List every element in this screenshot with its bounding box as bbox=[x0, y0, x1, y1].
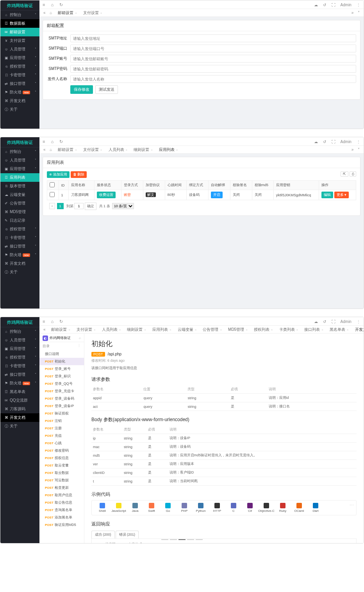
tab-细则设置[interactable]: 细则设置× bbox=[124, 326, 149, 334]
close-icon[interactable]: × bbox=[347, 328, 349, 332]
sync-icon[interactable]: ↺ bbox=[323, 319, 326, 324]
tab-支付设置[interactable]: 支付设置× bbox=[73, 326, 99, 334]
sidebar-item-公告管理[interactable]: ✐公告管理 bbox=[0, 199, 39, 208]
SMTP密码-input[interactable] bbox=[70, 65, 356, 73]
sidebar-item-卡密管理[interactable]: ⌸卡密管理˅ bbox=[0, 362, 39, 370]
admin-name[interactable]: Admin bbox=[341, 319, 352, 324]
tab-人员列表[interactable]: 人员列表× bbox=[99, 326, 124, 334]
tab-公告管理[interactable]: 公告管理× bbox=[200, 326, 225, 334]
sidebar-item-支付设置[interactable]: ¥支付设置 bbox=[0, 36, 39, 45]
doc-item-心跳[interactable]: POST心跳 bbox=[39, 440, 84, 447]
export-icon[interactable]: ⇱ bbox=[341, 171, 348, 177]
sidebar-item-授权管理[interactable]: ⎋授权管理˅ bbox=[0, 353, 39, 362]
close-icon[interactable]: × bbox=[296, 328, 298, 332]
sidebar-item-开发文档[interactable]: ⌘开发文档 bbox=[0, 259, 39, 268]
tab-应用列表[interactable]: 应用列表× bbox=[156, 146, 181, 154]
delete-button[interactable]: 🗑 删除 bbox=[71, 171, 87, 178]
doc-item-验证应用MD5[interactable]: POST验证应用MD5 bbox=[39, 521, 84, 529]
test-send-button[interactable]: 测试发送 bbox=[95, 85, 118, 94]
doc-item-验证授权[interactable]: POST验证授权 bbox=[39, 410, 84, 417]
sidebar-item-控制台[interactable]: ⌂控制台˄ bbox=[0, 11, 39, 19]
tabs-next-icon[interactable]: » bbox=[350, 146, 355, 154]
lang-Dart[interactable]: Dart bbox=[307, 503, 324, 513]
menu-icon[interactable]: ≡ bbox=[43, 137, 45, 146]
doc-item-登录_账号[interactable]: POST登录_账号 bbox=[39, 365, 84, 373]
sidebar-item-防火墙[interactable]: ⚑防火墙new˅ bbox=[0, 88, 39, 97]
tab-应用列表[interactable]: 应用列表× bbox=[149, 326, 175, 334]
sidebar-item-控制台[interactable]: ⌂控制台˅ bbox=[0, 147, 39, 156]
sidebar-item-数据面板[interactable]: ☲数据面板 bbox=[0, 19, 39, 28]
SMTP端口-input[interactable] bbox=[70, 45, 356, 52]
cloud-icon[interactable]: ☁ bbox=[314, 3, 318, 7]
sidebar-item-卡密管理[interactable]: ⌸卡密管理˅ bbox=[0, 233, 39, 242]
menu-icon[interactable]: ≡ bbox=[43, 317, 45, 326]
tab-云端变量[interactable]: 云端变量× bbox=[175, 326, 200, 334]
lang-Shell[interactable]: Shell bbox=[94, 503, 111, 513]
tabs-home-icon[interactable]: ⌂ bbox=[48, 146, 54, 154]
lang-Swift[interactable]: Swift bbox=[143, 503, 160, 513]
lang-Go[interactable]: Go bbox=[160, 503, 176, 513]
doc-item-登录_充值卡[interactable]: POST登录_充值卡 bbox=[39, 387, 84, 395]
lang-HTTP[interactable]: HTTP bbox=[209, 503, 225, 513]
tabs-down-icon[interactable]: ˅ bbox=[356, 146, 361, 154]
row-checkbox[interactable] bbox=[50, 192, 55, 197]
close-icon[interactable]: × bbox=[151, 148, 153, 152]
sidebar-item-授权管理[interactable]: ⎋授权管理˅ bbox=[0, 225, 39, 233]
sidebar-item-人员管理[interactable]: ☺人员管理˅ bbox=[0, 45, 39, 54]
sidebar-item-授权管理[interactable]: ⎋授权管理˅ bbox=[0, 62, 39, 71]
close-icon[interactable]: × bbox=[271, 328, 273, 332]
tabs-home-icon[interactable]: ⌂ bbox=[48, 9, 54, 17]
tabs-down-icon[interactable]: ˅ bbox=[356, 9, 361, 17]
doc-item-取云数据[interactable]: POST取云数据 bbox=[39, 469, 84, 477]
resp-tab-error[interactable]: 错误 (201) bbox=[116, 531, 139, 538]
doc-item-取云变量[interactable]: POST取云变量 bbox=[39, 462, 84, 469]
lang-C#[interactable]: C# bbox=[242, 503, 258, 513]
sidebar-item-开发文档[interactable]: ⌘开发文档 bbox=[0, 97, 39, 105]
close-icon[interactable]: × bbox=[195, 328, 197, 332]
close-icon[interactable]: × bbox=[176, 148, 178, 152]
sidebar-item-日志记录[interactable]: ✎日志记录 bbox=[0, 216, 39, 225]
close-icon[interactable]: × bbox=[321, 328, 323, 332]
home-icon[interactable]: ⌂ bbox=[51, 137, 54, 146]
SMTP账号-input[interactable] bbox=[70, 55, 356, 63]
doc-item-查询黑名单[interactable]: POST查询黑名单 bbox=[39, 506, 84, 514]
more-icon[interactable]: ⋮ bbox=[357, 140, 360, 144]
save-button[interactable]: 保存修改 bbox=[70, 85, 93, 94]
menu-icon[interactable]: ≡ bbox=[43, 0, 45, 9]
close-icon[interactable]: × bbox=[75, 11, 77, 15]
close-icon[interactable]: × bbox=[68, 328, 70, 332]
doc-item-注册[interactable]: POST注册 bbox=[39, 425, 84, 432]
resp-tab-success[interactable]: 成功 (200) bbox=[91, 531, 115, 538]
sidebar-item-开发文档[interactable]: ⌘开发文档 bbox=[0, 413, 39, 422]
sidebar-item-防火墙[interactable]: ⚑防火墙new˅ bbox=[0, 251, 39, 259]
doc-item-登录_设备码[interactable]: POST登录_设备码 bbox=[39, 395, 84, 402]
tab-支付设置[interactable]: 支付设置× bbox=[80, 146, 105, 154]
doc-item-初始化[interactable]: POST初始化 bbox=[39, 358, 84, 365]
doc-item-登录_设备IP[interactable]: POST登录_设备IP bbox=[39, 402, 84, 410]
sync-icon[interactable]: ↺ bbox=[323, 3, 326, 7]
tab-细则设置[interactable]: 细则设置× bbox=[130, 146, 156, 154]
lang-Ruby[interactable]: Ruby bbox=[275, 503, 291, 513]
doc-item-取公告信息[interactable]: POST取公告信息 bbox=[39, 499, 84, 506]
sidebar-item-版本管理[interactable]: ⎘版本管理 bbox=[0, 182, 39, 190]
fullscreen-icon[interactable]: ⛶ bbox=[332, 3, 335, 7]
sidebar-item-接口管理[interactable]: ⇄接口管理˅ bbox=[0, 79, 39, 88]
close-icon[interactable]: × bbox=[94, 328, 96, 332]
tab-支付设置[interactable]: 支付设置× bbox=[80, 9, 105, 17]
admin-name[interactable]: Admin bbox=[341, 3, 352, 7]
lang-Python[interactable]: Python bbox=[193, 503, 209, 513]
sync-icon[interactable]: ↺ bbox=[323, 140, 326, 144]
SMTP地址-input[interactable] bbox=[70, 34, 356, 42]
doc-item-取用户信息[interactable]: POST取用户信息 bbox=[39, 492, 84, 499]
doc-item-写云数据[interactable]: POST写云数据 bbox=[39, 477, 84, 484]
lang-PHP[interactable]: PHP bbox=[176, 503, 193, 513]
lang-Objective-C[interactable]: Objective-C bbox=[258, 503, 275, 513]
select-all-checkbox[interactable] bbox=[50, 182, 55, 187]
print-icon[interactable]: ⎙ bbox=[350, 171, 356, 177]
sidebar-item-应用管理[interactable]: ▣应用管理˅ bbox=[0, 344, 39, 353]
home-icon[interactable]: ⌂ bbox=[51, 0, 54, 9]
doc-item-授权信息[interactable]: POST授权信息 bbox=[39, 454, 84, 462]
close-icon[interactable]: × bbox=[100, 11, 102, 15]
home-icon[interactable]: ⌂ bbox=[51, 317, 54, 326]
refresh-icon[interactable]: ↻ bbox=[59, 317, 63, 326]
